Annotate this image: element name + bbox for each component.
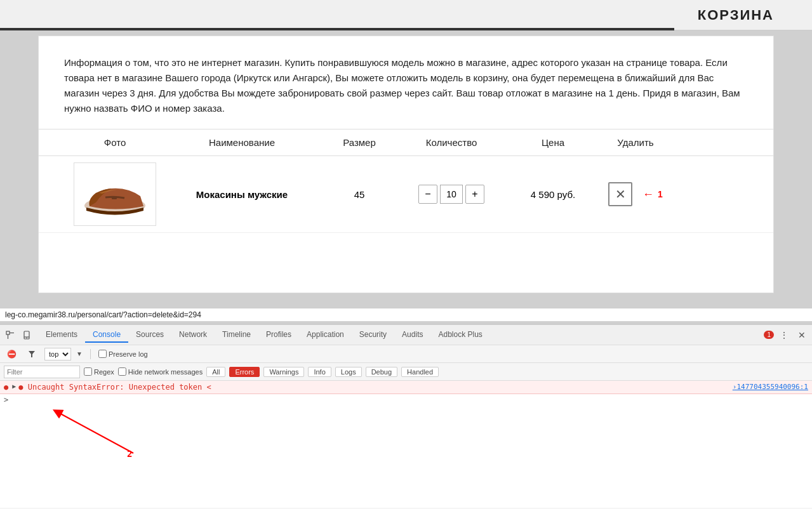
tab-security[interactable]: Security (352, 327, 394, 343)
tab-elements[interactable]: Elements (38, 327, 85, 343)
error-icon: ● (4, 383, 8, 392)
device-toolbar-button[interactable] (19, 327, 34, 343)
product-name-cell: Мокасины мужские (166, 189, 318, 200)
top-bar: КОРЗИНА (0, 0, 812, 30)
col-photo: Фото (64, 137, 166, 148)
hide-network-label[interactable]: Hide network messages (118, 367, 203, 376)
status-url: leg-co.megamir38.ru/personal/cart/?actio… (5, 310, 201, 319)
col-delete: Удалить (604, 137, 667, 148)
table-header: Фото Наименование Размер Количество Цена… (39, 129, 773, 156)
annotation-label-1: 1 (658, 189, 663, 199)
devtools-toolbar: Elements Console Sources Network Timelin… (0, 325, 812, 345)
console-top-toolbar: ⛔ top ▼ Preserve log (0, 345, 812, 363)
error-file-link[interactable]: ›147704355940096:1 (733, 383, 808, 391)
delete-cell: ✕ ← 1 (604, 182, 667, 206)
qty-cell: − 10 + (401, 185, 502, 204)
all-filter-button[interactable]: All (206, 367, 225, 377)
col-qty: Количество (401, 137, 502, 148)
preserve-log-checkbox[interactable] (98, 350, 107, 358)
tab-adblock[interactable]: Adblock Plus (430, 327, 489, 343)
tab-application[interactable]: Application (299, 327, 352, 343)
tab-console[interactable]: Console (85, 327, 128, 343)
table-row: Мокасины мужские 45 − 10 + 4 590 руб. ✕ … (39, 156, 773, 233)
devtools-panel: Elements Console Sources Network Timelin… (0, 324, 812, 509)
svg-marker-8 (29, 351, 35, 357)
devtools-tabs: Elements Console Sources Network Timelin… (38, 327, 490, 343)
annotation-1-area: ← 1 (642, 188, 663, 201)
tab-timeline[interactable]: Timeline (215, 327, 258, 343)
svg-point-7 (26, 337, 27, 338)
console-filter-toolbar: Regex Hide network messages All Errors W… (0, 363, 812, 381)
col-name: Наименование (166, 137, 318, 148)
progress-bar (0, 28, 674, 30)
warnings-filter-button[interactable]: Warnings (263, 367, 304, 377)
tab-profiles[interactable]: Profiles (258, 327, 299, 343)
devtools-right-icons: 1 ⋮ ✕ (764, 327, 809, 343)
arrow-right-icon: ← (642, 188, 654, 201)
info-filter-button[interactable]: Info (308, 367, 331, 377)
col-price: Цена (502, 137, 604, 148)
product-size: 45 (354, 189, 365, 200)
error-message: ● Uncaught SyntaxError: Unexpected token… (18, 383, 733, 392)
tab-audits[interactable]: Audits (394, 327, 430, 343)
error-row: ● ▶ ● Uncaught SyntaxError: Unexpected t… (0, 381, 812, 394)
svg-rect-1 (112, 196, 117, 199)
regex-label[interactable]: Regex (84, 367, 114, 376)
annotation-2-area: 2 (0, 406, 812, 456)
preserve-log-label[interactable]: Preserve log (98, 350, 148, 358)
price-cell: 4 590 руб. (502, 189, 604, 200)
filter-icon-button[interactable] (24, 347, 39, 362)
page-title: КОРЗИНА (698, 7, 774, 23)
annotation-label-2: 2 (127, 449, 132, 459)
inspect-element-button[interactable] (3, 327, 18, 343)
triangle-down-icon: ▼ (76, 350, 83, 357)
tab-sources[interactable]: Sources (128, 327, 171, 343)
qty-increase-button[interactable]: + (465, 185, 484, 204)
qty-decrease-button[interactable]: − (418, 185, 437, 204)
qty-value: 10 (440, 185, 463, 204)
svg-rect-2 (6, 331, 10, 334)
info-text: Информация о том, что это не интернет ма… (64, 55, 748, 116)
handled-filter-button[interactable]: Handled (401, 367, 439, 377)
product-image-cell (64, 162, 166, 226)
shoe-image (80, 171, 150, 218)
delete-button[interactable]: ✕ (608, 182, 632, 206)
size-cell: 45 (318, 189, 401, 200)
expand-icon[interactable]: ▶ (12, 383, 16, 390)
error-count-badge: 1 (764, 331, 774, 339)
filter-input[interactable] (4, 366, 80, 378)
product-name: Мокасины мужские (196, 189, 288, 200)
svg-line-10 (57, 412, 133, 453)
errors-filter-button[interactable]: Errors (229, 367, 260, 377)
product-image-box (74, 162, 156, 226)
main-content: Информация о том, что это не интернет ма… (38, 36, 774, 293)
separator (90, 349, 91, 359)
status-bar: leg-co.megamir38.ru/personal/cart/?actio… (0, 308, 812, 321)
devtools-content: ● ▶ ● Uncaught SyntaxError: Unexpected t… (0, 381, 812, 508)
devtools-more-button[interactable]: ⋮ (776, 327, 792, 343)
logs-filter-button[interactable]: Logs (335, 367, 362, 377)
console-caret: > (4, 395, 8, 404)
devtools-close-button[interactable]: ✕ (794, 327, 809, 343)
regex-checkbox[interactable] (84, 367, 92, 376)
progress-bar-container (0, 28, 812, 30)
debug-filter-button[interactable]: Debug (366, 367, 397, 377)
clear-console-button[interactable]: ⛔ (4, 347, 19, 362)
col-size: Размер (318, 137, 401, 148)
tab-network[interactable]: Network (171, 327, 215, 343)
hide-network-checkbox[interactable] (118, 367, 126, 376)
console-caret-row: > (0, 394, 812, 406)
info-box: Информация о том, что это не интернет ма… (39, 36, 773, 129)
annotation-arrow-2 (51, 406, 165, 456)
product-price: 4 590 руб. (531, 189, 575, 200)
context-selector[interactable]: top (44, 348, 71, 360)
